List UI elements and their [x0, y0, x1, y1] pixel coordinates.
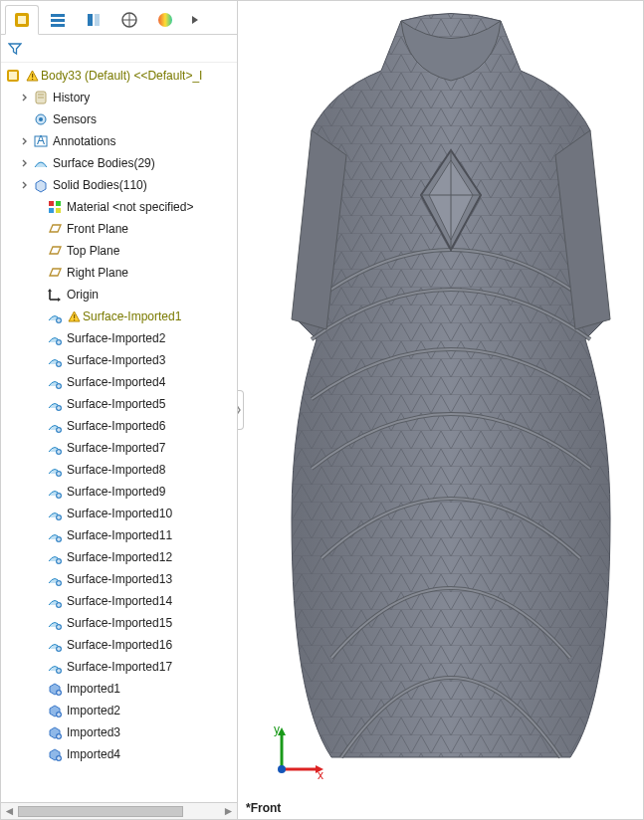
tree-item-surfb[interactable]: Surface Bodies(29)	[3, 152, 237, 174]
funnel-icon[interactable]	[7, 41, 23, 57]
expand-caret-icon[interactable]	[21, 136, 31, 146]
tree-item-si10[interactable]: Surface-Imported10	[3, 503, 237, 524]
imported-icon	[47, 681, 63, 697]
scroll-icon	[33, 90, 49, 105]
tree-item-fplane[interactable]: Front Plane	[3, 218, 237, 240]
tree-item-si11[interactable]: Surface-Imported11	[3, 524, 237, 546]
imported-icon	[47, 746, 63, 762]
model-svg	[272, 1, 630, 777]
feature-manager-panel: Body33 (Default) <<Default>_I HistorySen…	[1, 1, 238, 819]
solidbody-icon	[33, 177, 49, 193]
tree-root[interactable]: Body33 (Default) <<Default>_I	[3, 65, 237, 87]
tree-item-label: Surface-Imported13	[67, 572, 172, 586]
tab-property-manager[interactable]	[41, 5, 75, 35]
svg-rect-2	[51, 14, 65, 17]
tree-item-label: Surface-Imported16	[67, 638, 172, 652]
tree-item-label: Surface-Imported10	[67, 507, 172, 520]
expand-caret-icon[interactable]	[21, 93, 31, 102]
panel-splitter-handle[interactable]	[238, 390, 244, 430]
tree-item-label: Surface-Imported1	[83, 309, 181, 323]
tree-item-material[interactable]: Material <not specified>	[3, 196, 237, 218]
triad-y-label: y	[274, 723, 280, 736]
expand-caret-icon[interactable]	[21, 180, 31, 190]
surface-icon	[47, 527, 63, 543]
tree-item-si7[interactable]: Surface-Imported7	[3, 437, 237, 459]
surface-icon	[47, 659, 63, 675]
surface-icon	[47, 571, 63, 587]
tree-item-si9[interactable]: Surface-Imported9	[3, 481, 237, 503]
surface-icon	[47, 593, 63, 609]
graphics-viewport[interactable]: y x *Front	[238, 1, 643, 819]
tree-item-si8[interactable]: Surface-Imported8	[3, 459, 237, 481]
tab-display-manager[interactable]	[148, 5, 182, 35]
tree-item-im1[interactable]: Imported1	[3, 678, 237, 700]
tree-item-si15[interactable]: Surface-Imported15	[3, 612, 237, 634]
tree-item-tplane[interactable]: Top Plane	[3, 240, 237, 262]
svg-rect-30	[74, 319, 75, 320]
svg-point-53	[278, 765, 286, 773]
orientation-triad[interactable]: y x	[268, 723, 327, 783]
tree-item-label: Right Plane	[67, 266, 128, 280]
tree-item-si2[interactable]: Surface-Imported2	[3, 327, 237, 349]
surface-icon	[47, 352, 63, 368]
tree-item-label: Surface-Imported12	[67, 550, 172, 564]
tree-item-label: Surface-Imported15	[67, 616, 172, 630]
tabs-overflow[interactable]	[184, 5, 206, 35]
tree-item-si12[interactable]: Surface-Imported12	[3, 546, 237, 568]
tree-item-si3[interactable]: Surface-Imported3	[3, 349, 237, 371]
tab-feature-tree[interactable]	[5, 5, 39, 35]
tree-item-history[interactable]: History	[3, 87, 237, 108]
expand-caret-icon[interactable]	[21, 158, 31, 168]
tree-item-label: Solid Bodies(110)	[53, 178, 147, 192]
tree-item-im4[interactable]: Imported4	[3, 743, 237, 765]
svg-rect-4	[51, 24, 65, 27]
tree-item-origin[interactable]: Origin	[3, 284, 237, 306]
plane-icon	[47, 265, 63, 281]
model-render	[258, 1, 643, 795]
tree-item-si13[interactable]: Surface-Imported13	[3, 568, 237, 590]
svg-rect-22	[49, 201, 54, 206]
surface-icon	[47, 637, 63, 653]
triad-x-label: x	[318, 768, 323, 782]
svg-point-10	[158, 13, 172, 27]
tree-item-si5[interactable]: Surface-Imported5	[3, 393, 237, 415]
tree-item-im2[interactable]: Imported2	[3, 700, 237, 721]
hscroll-right[interactable]: ►	[220, 803, 237, 820]
surface-icon	[47, 462, 63, 478]
svg-rect-29	[74, 314, 75, 318]
app-root: Body33 (Default) <<Default>_I HistorySen…	[0, 0, 644, 820]
tab-dimxpert[interactable]	[112, 5, 146, 35]
tree-item-si16[interactable]: Surface-Imported16	[3, 634, 237, 656]
feature-tabs	[1, 1, 237, 35]
hscroll-left[interactable]: ◄	[1, 803, 18, 820]
tree-item-annot[interactable]: AAnnotations	[3, 130, 237, 152]
material-icon	[47, 199, 63, 215]
tree-item-label: Imported2	[67, 704, 120, 718]
tab-configuration-manager[interactable]	[77, 5, 110, 35]
tree-item-label: Surface-Imported14	[67, 594, 172, 608]
surface-icon	[47, 549, 63, 565]
surface-icon	[47, 615, 63, 631]
svg-rect-24	[49, 208, 54, 213]
feature-tree[interactable]: Body33 (Default) <<Default>_I HistorySen…	[1, 63, 237, 802]
imported-icon	[47, 703, 63, 718]
svg-rect-13	[32, 74, 33, 78]
surface-icon	[47, 440, 63, 456]
tree-item-solidb[interactable]: Solid Bodies(110)	[3, 174, 237, 196]
tree-item-si17[interactable]: Surface-Imported17	[3, 656, 237, 678]
surface-icon	[47, 418, 63, 434]
tree-item-si1[interactable]: Surface-Imported1	[3, 306, 237, 327]
svg-rect-3	[51, 19, 65, 22]
tree-item-label: Surface-Imported6	[67, 419, 165, 433]
tree-item-rplane[interactable]: Right Plane	[3, 262, 237, 284]
tree-item-label: Origin	[67, 288, 99, 302]
hscroll-thumb[interactable]	[18, 806, 183, 817]
tree-item-im3[interactable]: Imported3	[3, 721, 237, 743]
surface-icon	[47, 506, 63, 521]
tree-item-si14[interactable]: Surface-Imported14	[3, 590, 237, 612]
tree-item-si6[interactable]: Surface-Imported6	[3, 415, 237, 437]
tree-item-label: Surface-Imported2	[67, 331, 165, 345]
tree-item-sensors[interactable]: Sensors	[3, 108, 237, 130]
tree-item-si4[interactable]: Surface-Imported4	[3, 371, 237, 393]
tree-hscrollbar[interactable]: ◄ ►	[1, 802, 237, 819]
